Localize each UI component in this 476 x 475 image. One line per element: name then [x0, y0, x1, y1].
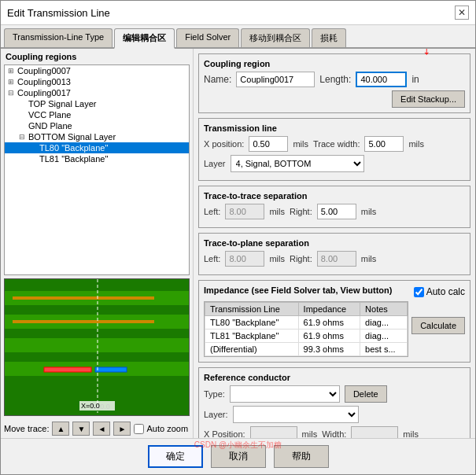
layer-label: Layer	[204, 159, 226, 168]
coupling-region-row: Name: Length: in	[204, 72, 465, 87]
x-position-input[interactable]	[249, 136, 288, 152]
expand-icon: ⊟	[19, 133, 27, 141]
table-row[interactable]: TL81 "Backplane" 61.9 ohms diag...	[205, 330, 408, 343]
dialog-title: Edit Transmission Line	[7, 7, 110, 19]
auto-calc-checkbox[interactable]	[414, 287, 424, 297]
canvas-area: X=0.0 X=0.0	[4, 278, 190, 416]
ref-width-unit: mils	[403, 429, 419, 438]
tab-bar: Transmission-Line Type 编辑耦合区 Field Solve…	[1, 25, 475, 49]
ref-type-row: Type: Delete	[204, 385, 465, 403]
close-button[interactable]: ✕	[455, 6, 469, 20]
tp-left-unit: mils	[269, 254, 285, 263]
move-down-button[interactable]: ▼	[72, 422, 90, 436]
move-up-button[interactable]: ▲	[52, 422, 69, 436]
tree-item-coupling0013[interactable]: ⊞ Coupling0013	[5, 76, 189, 87]
col-impedance: Impedance	[298, 303, 360, 316]
tab-field-solver[interactable]: Field Solver	[176, 28, 239, 47]
tp-right-unit: mils	[361, 254, 377, 263]
canvas-visual: X=0.0 X=0.0	[5, 279, 189, 415]
col-notes: Notes	[360, 303, 408, 316]
auto-zoom-check: Auto zoom	[134, 424, 188, 434]
x-pos-unit: mils	[293, 139, 308, 149]
auto-calc-row: Auto calc	[414, 286, 465, 297]
tab-loss[interactable]: 损耗	[312, 28, 346, 47]
svg-rect-9	[13, 296, 154, 300]
table-row[interactable]: (Differential) 99.3 ohms best s...	[205, 343, 408, 356]
trace-width-label: Trace width:	[313, 139, 360, 149]
tp-left-label: Left:	[204, 254, 220, 263]
tt-right-input[interactable]	[317, 204, 356, 219]
calculate-button[interactable]: Calculate	[411, 317, 465, 334]
tree-item-tl81[interactable]: TL81 "Backplane"	[5, 153, 189, 164]
bottom-bar: 确定 取消 帮助	[1, 438, 475, 474]
layer-row: Layer 4, Signal, BOTTOM	[204, 155, 465, 172]
ref-xpos-input[interactable]	[250, 426, 297, 438]
svg-rect-11	[44, 367, 91, 372]
tab-edit-coupling[interactable]: 编辑耦合区	[114, 28, 175, 49]
table-row[interactable]: TL80 "Backplane" 61.9 ohms diag...	[205, 316, 408, 330]
ref-width-label: Width:	[322, 429, 346, 438]
layer-select[interactable]: 4, Signal, BOTTOM	[231, 155, 364, 172]
coupling-region-label: Coupling region	[204, 59, 465, 68]
help-button[interactable]: 帮助	[274, 445, 329, 468]
tree-item-top-signal[interactable]: TOP Signal Layer	[5, 98, 189, 109]
impedance-label: Impedance (see Field Solver tab, View bu…	[204, 285, 392, 295]
trace-to-plane-section: Trace-to-plane separation Left: mils Rig…	[198, 233, 470, 275]
tree-list[interactable]: ⊞ Coupling0007 ⊞ Coupling0013 ⊟ Coupling…	[4, 64, 190, 275]
ref-conductor-label: Reference conductor	[204, 373, 465, 382]
expand-icon: ⊟	[8, 89, 16, 97]
svg-rect-5	[5, 338, 189, 352]
length-input[interactable]	[356, 72, 407, 87]
main-content: Coupling regions ⊞ Coupling0007 ⊞ Coupli…	[1, 49, 475, 438]
ref-type-label: Type:	[204, 389, 225, 399]
expand-icon: ⊞	[8, 78, 16, 86]
coupling-regions-label: Coupling regions	[1, 49, 193, 64]
tree-item-gnd-plane[interactable]: GND Plane	[5, 120, 189, 131]
svg-text:X=0.0: X=0.0	[81, 402, 100, 410]
ok-button[interactable]: 确定	[148, 445, 203, 468]
trace-width-input[interactable]	[364, 136, 404, 152]
right-panel: Coupling region Name: Length: in Edit St…	[194, 49, 475, 438]
trace-width-unit: mils	[408, 139, 424, 149]
delete-ref-button[interactable]: Delete	[345, 385, 387, 403]
ref-xpos-label: X Position:	[204, 429, 245, 438]
ref-layer-row: Layer:	[204, 406, 465, 423]
tt-left-input[interactable]	[225, 204, 264, 219]
tp-right-label: Right:	[290, 254, 312, 263]
trace-plane-row: Left: mils Right: mils	[204, 251, 465, 267]
auto-zoom-checkbox[interactable]	[134, 424, 144, 434]
tree-item-vcc-plane[interactable]: VCC Plane	[5, 109, 189, 120]
ref-layer-select[interactable]	[233, 406, 359, 423]
tree-item-coupling0007[interactable]: ⊞ Coupling0007	[5, 65, 189, 76]
trace-to-trace-section: Trace-to-trace separation Left: mils Rig…	[198, 186, 470, 228]
svg-rect-6	[5, 354, 189, 360]
move-trace-label: Move trace:	[4, 424, 49, 433]
impedance-section: Impedance (see Field Solver tab, View bu…	[198, 280, 470, 363]
svg-rect-10	[13, 320, 154, 323]
coupling-region-section: Coupling region Name: Length: in Edit St…	[198, 53, 470, 113]
edit-stackup-button[interactable]: Edit Stackup...	[392, 90, 465, 108]
tab-move-to-coupling[interactable]: 移动到耦合区	[241, 28, 310, 47]
ref-width-input[interactable]	[351, 426, 398, 438]
tp-right-input[interactable]	[317, 251, 356, 267]
name-input[interactable]	[236, 72, 315, 87]
tab-txline-type[interactable]: Transmission-Line Type	[4, 28, 113, 47]
cancel-button[interactable]: 取消	[211, 445, 266, 468]
tt-left-label: Left:	[204, 207, 220, 216]
impedance-table: Transmission Line Impedance Notes TL80 "…	[205, 302, 408, 356]
tree-item-tl80[interactable]: TL80 "Backplane"	[5, 142, 189, 153]
move-right-button[interactable]: ►	[113, 422, 131, 436]
tree-item-coupling0017[interactable]: ⊟ Coupling0017	[5, 87, 189, 98]
length-label: Length:	[319, 74, 351, 85]
name-label: Name:	[204, 74, 231, 85]
tt-right-unit: mils	[361, 207, 377, 216]
left-tree-area: Coupling regions ⊞ Coupling0007 ⊞ Coupli…	[1, 49, 193, 275]
tp-left-input[interactable]	[225, 251, 264, 267]
length-unit: in	[411, 74, 419, 85]
tree-item-bottom-signal[interactable]: ⊟ BOTTOM Signal Layer	[5, 131, 189, 142]
move-left-button[interactable]: ◄	[93, 422, 110, 436]
move-trace-bar: Move trace: ▲ ▼ ◄ ► Auto zoom	[1, 419, 193, 438]
transmission-line-section: Transmission line X position: mils Trace…	[198, 118, 470, 181]
ref-type-select[interactable]	[230, 385, 340, 403]
left-panel: Coupling regions ⊞ Coupling0007 ⊞ Coupli…	[1, 49, 194, 438]
